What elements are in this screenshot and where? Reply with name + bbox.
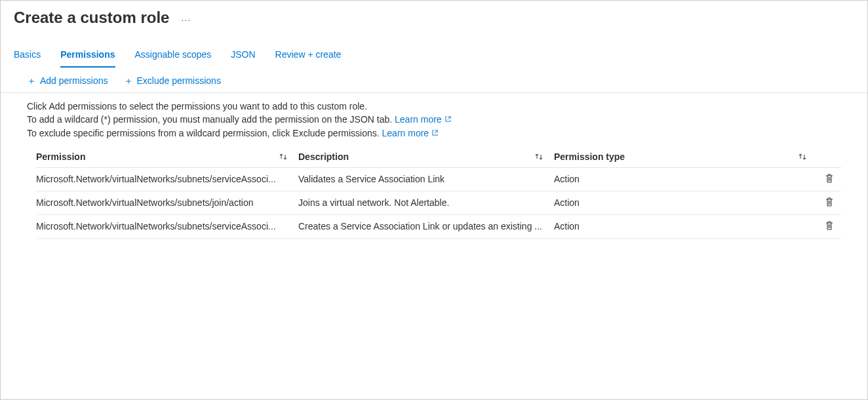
column-header-type[interactable]: Permission type [554, 151, 625, 162]
sort-icon[interactable] [798, 153, 818, 161]
delete-row-button[interactable] [824, 220, 835, 231]
add-permissions-label: Add permissions [40, 75, 108, 86]
delete-row-button[interactable] [824, 197, 835, 207]
column-header-description[interactable]: Description [298, 151, 349, 162]
help-text-block: Click Add permissions to select the perm… [1, 93, 867, 146]
sort-icon[interactable] [534, 153, 554, 161]
table-row[interactable]: Microsoft.Network/virtualNetworks/subnet… [36, 215, 841, 239]
cell-type: Action [554, 197, 818, 208]
permissions-table: Permission Description Permission type M… [1, 146, 867, 239]
learn-more-link-2[interactable]: Learn more [382, 127, 439, 140]
cell-permission: Microsoft.Network/virtualNetworks/subnet… [36, 174, 298, 184]
tab-json[interactable]: JSON [231, 49, 255, 68]
external-link-icon [444, 113, 452, 126]
exclude-permissions-label: Exclude permissions [137, 75, 221, 86]
add-permissions-button[interactable]: ＋ Add permissions [27, 75, 108, 86]
tab-review-create[interactable]: Review + create [275, 49, 342, 68]
column-header-permission[interactable]: Permission [36, 151, 85, 162]
tab-assignable-scopes[interactable]: Assignable scopes [135, 49, 212, 68]
delete-row-button[interactable] [824, 173, 835, 184]
tab-basics[interactable]: Basics [14, 49, 41, 68]
tab-bar: Basics Permissions Assignable scopes JSO… [1, 27, 867, 68]
cell-type: Action [554, 221, 818, 231]
cell-permission: Microsoft.Network/virtualNetworks/subnet… [36, 197, 298, 208]
cell-description: Joins a virtual network. Not Alertable. [298, 197, 554, 208]
learn-more-link-1[interactable]: Learn more [395, 113, 452, 126]
cell-description: Validates a Service Association Link [298, 174, 554, 184]
page-title: Create a custom role [14, 9, 169, 27]
tab-permissions[interactable]: Permissions [60, 49, 115, 68]
cell-description: Creates a Service Association Link or up… [298, 221, 554, 231]
external-link-icon [431, 127, 439, 140]
table-row[interactable]: Microsoft.Network/virtualNetworks/subnet… [36, 191, 841, 215]
more-menu-button[interactable]: ... [181, 12, 191, 23]
help-line-2-text: To add a wildcard (*) permission, you mu… [27, 114, 395, 125]
plus-icon: ＋ [124, 76, 133, 85]
plus-icon: ＋ [27, 76, 36, 85]
help-line-3: To exclude specific permissions from a w… [27, 127, 854, 140]
table-row[interactable]: Microsoft.Network/virtualNetworks/subnet… [36, 168, 841, 191]
help-line-1: Click Add permissions to select the perm… [27, 100, 854, 113]
sort-icon[interactable] [279, 153, 298, 161]
cell-type: Action [554, 174, 818, 184]
learn-more-label: Learn more [382, 127, 429, 140]
learn-more-label: Learn more [395, 113, 442, 126]
table-header-row: Permission Description Permission type [36, 146, 841, 168]
toolbar: ＋ Add permissions ＋ Exclude permissions [1, 68, 867, 93]
exclude-permissions-button[interactable]: ＋ Exclude permissions [124, 75, 221, 86]
help-line-2: To add a wildcard (*) permission, you mu… [27, 113, 854, 126]
cell-permission: Microsoft.Network/virtualNetworks/subnet… [36, 221, 298, 231]
help-line-3-text: To exclude specific permissions from a w… [27, 128, 382, 138]
